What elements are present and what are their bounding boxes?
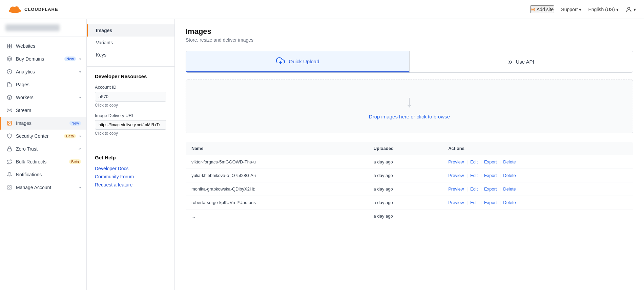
cell-actions: Preview | Edit | Export | Delete [443,182,633,196]
use-api-tab[interactable]: » Use API [410,51,633,72]
sidebar-item-pages-label: Pages [16,82,81,87]
cell-name: viktor-forgacs-5mGGOWD-Ths-u [186,155,368,169]
sidebar-item-workers[interactable]: Workers ▾ [0,91,86,104]
action-separator: | [465,200,469,205]
svg-marker-12 [7,95,12,97]
action-preview-link[interactable]: Preview [448,186,464,192]
action-separator: | [498,200,502,205]
action-preview-link[interactable]: Preview [448,173,464,178]
quick-upload-tab[interactable]: Quick Upload [186,51,410,72]
account-name-blur [5,24,60,31]
logo[interactable]: CLOUDFLARE [8,5,58,14]
table-row: viktor-forgacs-5mGGOWD-Ths-ua day agoPre… [186,155,633,169]
cell-actions: Preview | Edit | Export | Delete [443,169,633,182]
security-icon [6,133,13,139]
sidebar-item-zero-trust[interactable]: Zero Trust ↗ [0,142,86,155]
col-actions: Actions [443,142,633,155]
redirects-icon [6,159,13,165]
action-export-link[interactable]: Export [484,173,497,178]
sec-nav-keys[interactable]: Keys [87,49,174,61]
action-separator: | [479,186,483,192]
sidebar-nav: Websites Buy Domains New ▾ Analytics ▾ [0,37,86,290]
sidebar-item-stream[interactable]: Stream [0,104,86,117]
language-button[interactable]: English (US) ▾ [588,7,619,12]
sidebar-item-manage-account-label: Manage Account [16,185,76,190]
table-row: roberta-sorge-kp9UVn-PUac-unsa day agoPr… [186,196,633,209]
table-row: ...a day ago [186,209,633,223]
add-site-label: Add site [537,7,554,12]
sidebar-item-security-center[interactable]: Security Center Beta ▾ [0,130,86,142]
logo-text: CLOUDFLARE [24,7,58,12]
action-separator: | [479,173,483,178]
action-edit-link[interactable]: Edit [470,159,478,164]
action-edit-link[interactable]: Edit [470,186,478,192]
bulk-redirects-badge: Beta [69,159,81,164]
action-preview-link[interactable]: Preview [448,159,464,164]
support-button[interactable]: Support ▾ [561,7,581,12]
cell-name: ... [186,209,368,223]
gear-icon [6,184,13,191]
action-export-link[interactable]: Export [484,159,497,164]
action-preview-link[interactable]: Preview [448,200,464,205]
image-delivery-copy[interactable]: Click to copy [95,131,166,136]
upload-tabs: Quick Upload » Use API [186,51,633,73]
drop-zone-text: Drop images here or click to browse [369,114,450,119]
action-separator: | [498,173,502,178]
account-id-copy[interactable]: Click to copy [95,103,166,108]
sidebar-item-notifications[interactable]: Notifications [0,168,86,181]
app-layout: Websites Buy Domains New ▾ Analytics ▾ [0,19,644,290]
user-button[interactable]: ▾ [625,6,636,13]
action-export-link[interactable]: Export [484,200,497,205]
community-forum-link[interactable]: Community Forum [95,174,166,179]
col-uploaded: Uploaded [368,142,443,155]
sidebar-item-websites[interactable]: Websites [0,40,86,52]
action-delete-link[interactable]: Delete [503,173,516,178]
sec-nav-images[interactable]: Images [87,24,174,37]
action-edit-link[interactable]: Edit [470,200,478,205]
language-chevron: ▾ [616,7,619,12]
col-name: Name [186,142,368,155]
sidebar-item-pages[interactable]: Pages [0,78,86,91]
action-delete-link[interactable]: Delete [503,159,516,164]
account-id-input[interactable] [95,92,166,102]
image-delivery-input[interactable] [95,120,166,130]
table-row: monika-grabkowska-QDlbyX2Ht:a day agoPre… [186,182,633,196]
sidebar-item-images[interactable]: Images New [0,117,86,130]
upload-cloud-icon [276,57,285,66]
drop-zone[interactable]: ↓ Drop images here or click to browse [186,80,633,133]
action-delete-link[interactable]: Delete [503,186,516,192]
action-export-link[interactable]: Export [484,186,497,192]
drop-arrow-icon: ↓ [406,93,414,110]
action-separator: | [465,159,469,164]
sidebar-item-buy-domains[interactable]: Buy Domains New ▾ [0,52,86,65]
svg-rect-16 [7,149,12,151]
secondary-sidebar: Images Variants Keys Developer Resources… [87,19,175,290]
images-badge: New [69,121,81,126]
add-site-button[interactable]: ⊕ Add site [530,5,555,13]
use-api-label: Use API [516,59,534,65]
request-feature-link[interactable]: Request a feature [95,182,166,187]
sidebar-item-bulk-redirects[interactable]: Bulk Redirects Beta [0,155,86,168]
action-delete-link[interactable]: Delete [503,200,516,205]
action-edit-link[interactable]: Edit [470,173,478,178]
action-separator: | [498,186,502,192]
bell-icon [6,172,13,178]
developer-docs-link[interactable]: Developer Docs [95,166,166,171]
sidebar-item-analytics[interactable]: Analytics ▾ [0,65,86,78]
sidebar-item-images-label: Images [16,120,66,126]
images-icon [6,120,13,126]
action-separator: | [479,159,483,164]
developer-resources: Developer Resources Account ID Click to … [87,66,174,148]
sec-nav-images-label: Images [96,28,112,33]
svg-rect-6 [10,44,12,46]
sec-nav-variants-label: Variants [96,40,113,45]
zero-trust-ext-icon: ↗ [78,147,81,151]
api-icon: » [508,58,512,66]
pages-icon [6,82,13,88]
table-row: yulia-khlebnikova-o_O75f28GiA-ia day ago… [186,169,633,182]
sec-nav-variants[interactable]: Variants [87,37,174,49]
sidebar-item-manage-account[interactable]: Manage Account ▾ [0,181,86,194]
svg-point-15 [8,122,9,123]
action-separator: | [465,173,469,178]
sidebar-item-buy-domains-label: Buy Domains [16,56,61,62]
